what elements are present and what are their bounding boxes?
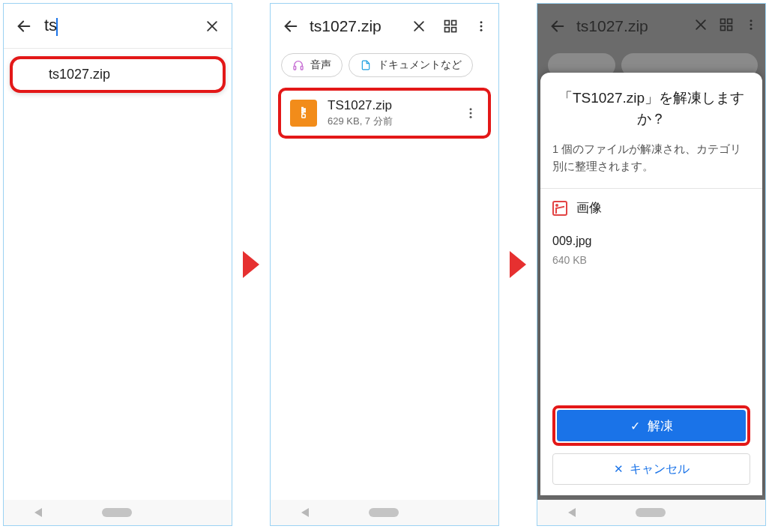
chip-audio[interactable]: 音声	[281, 53, 343, 77]
svg-rect-7	[452, 21, 456, 25]
svg-point-32	[750, 24, 753, 26]
nav-spacer	[459, 508, 468, 517]
extract-item-size: 640 KB	[552, 254, 750, 266]
screen-1-content: ts ts1027.zip	[4, 4, 232, 500]
screen-2-content: ts1027.zip 音声 ドキュメントなど	[271, 4, 498, 500]
file-more-icon[interactable]	[459, 101, 482, 125]
step-arrow-1	[243, 3, 259, 526]
svg-point-21	[470, 108, 472, 110]
more-menu-icon[interactable]	[471, 16, 491, 37]
cancel-button-label: キャンセル	[630, 462, 690, 477]
nav-back-icon[interactable]	[568, 508, 576, 517]
svg-rect-19	[302, 112, 304, 114]
headphones-icon	[292, 59, 304, 71]
android-navbar	[271, 500, 498, 525]
search-result-text: ts1027.zip	[49, 67, 110, 82]
back-icon[interactable]	[283, 18, 299, 34]
nav-home-icon[interactable]	[636, 508, 666, 517]
svg-rect-14	[301, 66, 303, 70]
spacer	[552, 266, 750, 405]
svg-point-33	[750, 28, 753, 30]
svg-point-22	[470, 112, 472, 115]
search-bar: ts	[4, 4, 232, 49]
extract-bottom-sheet: 「TS1027.zip」を解凍しますか？ 1 個のファイルが解凍され、カテゴリ別…	[540, 73, 762, 495]
svg-rect-29	[721, 26, 726, 31]
category-row: 画像	[552, 199, 750, 217]
nav-back-icon[interactable]	[34, 508, 42, 517]
document-icon	[360, 59, 372, 71]
svg-point-11	[480, 25, 483, 28]
text-caret	[56, 18, 58, 36]
toolbar-dimmed: ts1027.zip	[537, 4, 765, 49]
search-input[interactable]: ts	[44, 16, 193, 35]
search-value: ts	[44, 16, 57, 34]
chip-docs-label: ドキュメントなど	[378, 58, 462, 72]
screen-3-extract-dialog: ts1027.zip 「TS1027.zip」を解凍しますか？ 1 個のファイル…	[537, 3, 766, 526]
check-icon: ✓	[630, 419, 640, 433]
nav-home-icon[interactable]	[369, 508, 399, 517]
file-name: TS1027.zip	[328, 98, 449, 113]
svg-rect-20	[302, 115, 306, 118]
svg-point-31	[750, 19, 753, 22]
arrow-right-icon	[510, 251, 526, 278]
svg-rect-27	[721, 19, 726, 24]
screen-1-search: ts ts1027.zip	[3, 3, 232, 526]
back-icon	[549, 18, 566, 34]
sheet-subtitle: 1 個のファイルが解凍され、カテゴリ別に整理されます。	[552, 141, 750, 175]
clear-icon[interactable]	[205, 19, 220, 34]
grid-view-icon	[719, 17, 734, 35]
screen-2-filelist: ts1027.zip 音声 ドキュメントなど	[270, 3, 499, 526]
android-navbar	[4, 500, 232, 525]
category-label: 画像	[576, 199, 602, 217]
chip-audio-label: 音声	[310, 58, 331, 72]
zip-icon	[290, 100, 317, 127]
svg-rect-30	[728, 26, 732, 31]
back-icon[interactable]	[16, 18, 32, 34]
svg-point-12	[480, 29, 483, 31]
extract-button-label: 解凍	[648, 417, 673, 435]
file-row[interactable]: TS1027.zip 629 KB, 7 分前	[278, 88, 491, 139]
more-menu-icon	[744, 17, 758, 35]
svg-point-23	[470, 116, 472, 118]
svg-point-10	[480, 21, 483, 23]
svg-rect-17	[302, 110, 304, 112]
svg-rect-15	[302, 108, 304, 109]
extract-button[interactable]: ✓ 解凍	[557, 410, 746, 441]
cancel-button[interactable]: ✕ キャンセル	[552, 453, 750, 485]
nav-spacer	[192, 508, 201, 517]
screen-3-content: ts1027.zip 「TS1027.zip」を解凍しますか？ 1 個のファイル…	[537, 4, 765, 500]
step-arrow-2	[510, 3, 526, 526]
filter-chips: 音声 ドキュメントなど	[271, 49, 498, 85]
sheet-title: 「TS1027.zip」を解凍しますか？	[552, 88, 750, 129]
file-meta: 629 KB, 7 分前	[328, 115, 449, 128]
search-result-row[interactable]: ts1027.zip	[10, 56, 226, 93]
svg-rect-8	[445, 28, 450, 32]
divider	[540, 188, 762, 189]
file-texts: TS1027.zip 629 KB, 7 分前	[328, 98, 449, 128]
image-category-icon	[552, 201, 567, 216]
extract-item-name: 009.jpg	[552, 235, 750, 248]
close-icon[interactable]	[408, 16, 429, 37]
nav-home-icon[interactable]	[102, 508, 132, 517]
svg-rect-18	[304, 111, 306, 112]
grid-view-icon[interactable]	[440, 16, 461, 37]
svg-rect-6	[445, 21, 450, 25]
toolbar-title: ts1027.zip	[310, 17, 398, 35]
svg-rect-9	[452, 28, 456, 32]
close-icon	[693, 17, 708, 35]
arrow-right-icon	[243, 251, 259, 278]
nav-back-icon[interactable]	[301, 508, 309, 517]
toolbar-title-dimmed: ts1027.zip	[576, 17, 683, 35]
toolbar: ts1027.zip	[271, 4, 498, 49]
extract-button-highlight: ✓ 解凍	[552, 405, 750, 446]
nav-spacer	[726, 508, 735, 517]
chip-docs[interactable]: ドキュメントなど	[349, 53, 473, 77]
svg-rect-28	[728, 19, 732, 24]
svg-rect-16	[304, 109, 306, 110]
svg-rect-13	[294, 66, 296, 70]
android-navbar	[537, 500, 765, 525]
x-icon: ✕	[614, 462, 624, 476]
